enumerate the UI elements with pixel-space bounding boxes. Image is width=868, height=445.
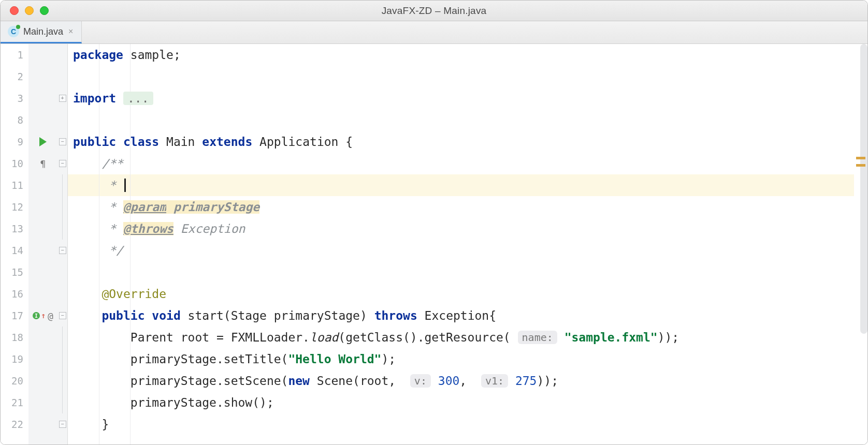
line-number: 20 bbox=[1, 370, 28, 392]
code-line[interactable]: @Override bbox=[68, 283, 854, 305]
code-line[interactable]: public void start(Stage primaryStage) th… bbox=[68, 305, 854, 327]
fold-collapse-icon[interactable] bbox=[59, 138, 66, 145]
line-number: 1 bbox=[1, 44, 28, 66]
annotation-gutter-icon: @ bbox=[48, 310, 53, 321]
marker-gutter: ¶ I↑ @ bbox=[28, 44, 57, 444]
line-number: 10 bbox=[1, 153, 28, 174]
line-number: 3 bbox=[1, 87, 28, 109]
folded-region[interactable]: ... bbox=[123, 92, 153, 105]
run-gutter-icon[interactable] bbox=[39, 137, 47, 146]
code-line[interactable]: package sample; bbox=[68, 44, 854, 66]
code-editor[interactable]: 1 2 3 8 9 10 11 12 13 14 15 16 17 18 19 … bbox=[1, 44, 867, 444]
code-line[interactable]: Parent root = FXMLLoader.load(getClass()… bbox=[68, 327, 854, 348]
fold-expand-icon[interactable] bbox=[59, 95, 66, 102]
code-text-area[interactable]: package sample; import ... public class … bbox=[68, 44, 854, 444]
parameter-hint: v1: bbox=[481, 374, 508, 388]
folding-gutter bbox=[57, 44, 68, 444]
code-line[interactable]: * @throws Exception bbox=[68, 218, 854, 240]
line-number: 12 bbox=[1, 196, 28, 218]
window-controls bbox=[10, 6, 49, 15]
line-number: 13 bbox=[1, 218, 28, 240]
line-number: 19 bbox=[1, 348, 28, 370]
line-number: 8 bbox=[1, 109, 28, 131]
code-line[interactable]: public class Main extends Application { bbox=[68, 131, 854, 153]
code-line[interactable] bbox=[68, 66, 854, 87]
ide-window: JavaFX-ZD – Main.java C Main.java × 1 2 … bbox=[0, 0, 868, 445]
scrollbar-vertical[interactable] bbox=[860, 44, 867, 334]
line-number: 17 bbox=[1, 305, 28, 327]
window-title: JavaFX-ZD – Main.java bbox=[1, 5, 867, 17]
tab-label: Main.java bbox=[23, 26, 63, 37]
line-number: 9 bbox=[1, 131, 28, 153]
fold-collapse-icon[interactable] bbox=[59, 312, 66, 319]
line-number: 14 bbox=[1, 240, 28, 261]
minimize-window-button[interactable] bbox=[25, 6, 34, 15]
code-line[interactable]: } bbox=[68, 413, 854, 435]
line-number: 15 bbox=[1, 261, 28, 283]
parameter-hint: v: bbox=[410, 374, 431, 388]
line-number-gutter: 1 2 3 8 9 10 11 12 13 14 15 16 17 18 19 … bbox=[1, 44, 28, 444]
line-number: 18 bbox=[1, 327, 28, 348]
line-number: 22 bbox=[1, 413, 28, 435]
code-line[interactable]: */ bbox=[68, 240, 854, 261]
line-number: 2 bbox=[1, 66, 28, 87]
line-number: 11 bbox=[1, 174, 28, 196]
close-window-button[interactable] bbox=[10, 6, 19, 15]
fold-collapse-icon[interactable] bbox=[59, 160, 66, 167]
code-line[interactable]: * @param primaryStage bbox=[68, 196, 854, 218]
code-line[interactable]: primaryStage.setScene(new Scene(root, v:… bbox=[68, 370, 854, 392]
code-line[interactable] bbox=[68, 109, 854, 131]
code-line[interactable]: /** bbox=[68, 153, 854, 174]
warning-marker[interactable] bbox=[856, 157, 865, 159]
warning-marker[interactable] bbox=[856, 164, 865, 167]
code-line[interactable] bbox=[68, 261, 854, 283]
current-line-highlight bbox=[68, 174, 854, 196]
java-class-file-icon: C bbox=[8, 26, 19, 37]
code-line[interactable]: primaryStage.setTitle("Hello World"); bbox=[68, 348, 854, 370]
paragraph-mark-icon: ¶ bbox=[40, 158, 46, 169]
zoom-window-button[interactable] bbox=[40, 6, 49, 15]
code-line[interactable]: primaryStage.show(); bbox=[68, 392, 854, 413]
editor-tab-main-java[interactable]: C Main.java × bbox=[1, 21, 82, 43]
text-caret bbox=[124, 179, 126, 192]
close-tab-button[interactable]: × bbox=[67, 27, 74, 36]
line-number: 21 bbox=[1, 392, 28, 413]
overrides-gutter-icon[interactable]: I↑ bbox=[33, 311, 46, 320]
parameter-hint: name: bbox=[518, 331, 557, 344]
fold-end-icon[interactable] bbox=[59, 247, 66, 254]
editor-tabstrip: C Main.java × bbox=[1, 21, 867, 44]
error-stripe[interactable] bbox=[854, 44, 867, 444]
fold-end-icon[interactable] bbox=[59, 421, 66, 428]
line-number: 16 bbox=[1, 283, 28, 305]
code-line[interactable]: import ... bbox=[68, 87, 854, 109]
titlebar: JavaFX-ZD – Main.java bbox=[1, 1, 867, 21]
